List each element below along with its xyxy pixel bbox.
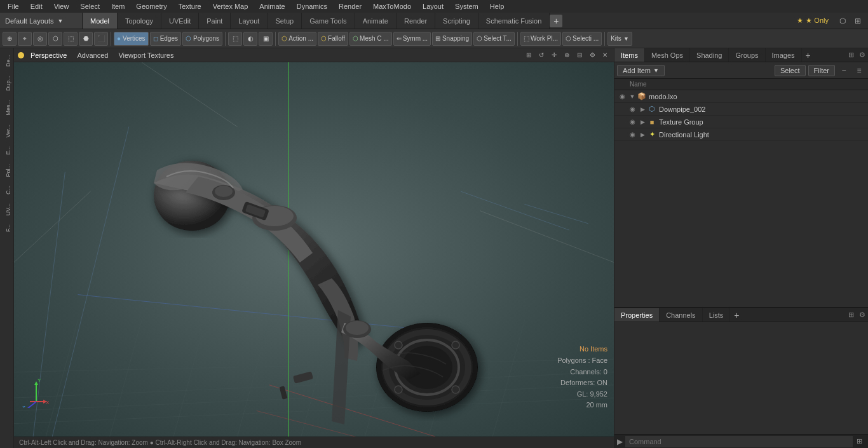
mesh-constraint-btn[interactable]: ⬡ Mesh C ...: [349, 32, 392, 46]
selection-info-btn[interactable]: ⬡ Selecti ...: [562, 32, 602, 46]
tab-topology[interactable]: Topology: [118, 13, 161, 29]
menu-vertex-map[interactable]: Vertex Map: [208, 1, 254, 11]
viewport-pan-btn[interactable]: ✛: [549, 50, 559, 60]
viewport-zoom-btn[interactable]: ⊕: [562, 50, 572, 60]
tree-item-texture-group[interactable]: ◉ ▶ ■ Texture Group: [614, 116, 868, 128]
panel-expand-btn[interactable]: ⊞: [845, 50, 857, 61]
tab-channels[interactable]: Channels: [660, 308, 702, 322]
symmetry-btn[interactable]: ⇐ Symm ...: [393, 32, 431, 46]
tab-scripting[interactable]: Scripting: [435, 13, 478, 29]
visibility-icon-modo-lxo[interactable]: ◉: [620, 93, 625, 100]
sidebar-tab-ver[interactable]: Ver...: [1, 121, 13, 142]
menu-maxtomodo[interactable]: MaxToModo: [368, 1, 416, 11]
advanced-label[interactable]: Advanced: [73, 51, 112, 59]
viewport-close-btn[interactable]: ✕: [600, 50, 610, 60]
menu-render[interactable]: Render: [334, 1, 367, 11]
render-preview-btn[interactable]: ▣: [259, 32, 273, 46]
expand-modo-lxo[interactable]: ▼: [628, 93, 636, 100]
tab-render[interactable]: Render: [397, 13, 435, 29]
sidebar-tab-pol[interactable]: Pol...: [1, 160, 13, 181]
mesh-display-btn[interactable]: ⬛: [94, 32, 108, 46]
tab-properties[interactable]: Properties: [614, 308, 660, 322]
falloff-btn[interactable]: ⬡ Falloff: [318, 32, 348, 46]
properties-expand-btn[interactable]: ⊞: [845, 309, 857, 321]
command-search-btn[interactable]: ⊞: [853, 435, 865, 448]
items-minus-btn[interactable]: −: [837, 64, 850, 77]
viewport-settings-btn[interactable]: ⚙: [587, 50, 597, 60]
edges-btn[interactable]: ◻ Edges: [150, 32, 181, 46]
menu-view[interactable]: View: [49, 1, 74, 11]
panel-settings-btn[interactable]: ⚙: [857, 50, 868, 61]
menu-dynamics[interactable]: Dynamics: [292, 1, 332, 11]
items-settings-btn[interactable]: ≡: [853, 64, 865, 77]
tab-setup[interactable]: Setup: [268, 13, 302, 29]
viewport-background[interactable]: No Items Polygons : Face Channels: 0 Def…: [14, 62, 614, 437]
falloff-icon-btn[interactable]: ⬡: [48, 32, 62, 46]
tab-images[interactable]: Images: [766, 48, 802, 62]
add-layout-button[interactable]: +: [550, 15, 562, 27]
viewport-canvas[interactable]: No Items Polygons : Face Channels: 0 Def…: [14, 62, 614, 437]
tab-items[interactable]: Items: [614, 48, 645, 62]
layout-dropdown[interactable]: Default Layouts ▼: [0, 13, 83, 29]
select-through-btn[interactable]: ⬡ Select T...: [473, 32, 515, 46]
expand-downpipe[interactable]: ▶: [639, 105, 646, 113]
shading-btn[interactable]: ◐: [243, 32, 257, 46]
sidebar-tab-f[interactable]: F...: [1, 221, 13, 236]
kits-btn[interactable]: Kits ▼: [607, 32, 632, 46]
sidebar-tab-e[interactable]: E...: [1, 142, 13, 159]
add-panel-tab-btn[interactable]: +: [802, 50, 815, 60]
sidebar-tab-dup[interactable]: Dup...: [1, 72, 13, 95]
snapping-btn[interactable]: ⊞ Snapping: [432, 32, 472, 46]
tab-lists[interactable]: Lists: [703, 308, 731, 322]
viewport-lock-btn[interactable]: ⊞: [524, 50, 534, 60]
tab-groups[interactable]: Groups: [729, 48, 765, 62]
menu-item[interactable]: Item: [106, 1, 130, 11]
menu-select[interactable]: Select: [75, 1, 105, 11]
star-only-toggle[interactable]: ★ ★ Only: [792, 17, 834, 25]
properties-settings-btn[interactable]: ⚙: [857, 309, 868, 321]
action-btn[interactable]: ⬡ Action ...: [278, 32, 316, 46]
visibility-icon-texture-group[interactable]: ◉: [630, 118, 635, 125]
tree-item-directional-light[interactable]: ◉ ▶ ✦ Directional Light: [614, 128, 868, 141]
work-plane-btn[interactable]: ⬚ Work Pl...: [520, 32, 561, 46]
tab-mesh-ops[interactable]: Mesh Ops: [645, 48, 690, 62]
menu-file[interactable]: File: [3, 1, 24, 11]
visibility-icon-downpipe[interactable]: ◉: [630, 105, 635, 112]
polygons-btn[interactable]: ⬡ Polygons: [182, 32, 222, 46]
pivot-btn[interactable]: ⌖: [18, 32, 32, 46]
fullscreen-button[interactable]: ⊞: [851, 15, 864, 27]
viewport-fit-btn[interactable]: ⊟: [574, 50, 585, 60]
visibility-icon-directional-light[interactable]: ◉: [630, 131, 635, 138]
tree-item-downpipe[interactable]: ◉ ▶ ⬡ Downpipe_002: [614, 103, 868, 116]
tab-paint[interactable]: Paint: [199, 13, 231, 29]
tab-schematic-fusion[interactable]: Schematic Fusion: [478, 13, 550, 29]
sidebar-tab-c[interactable]: C...: [1, 182, 13, 198]
world-space-btn[interactable]: ⊕: [3, 32, 17, 46]
action-center-btn[interactable]: ◎: [33, 32, 47, 46]
tab-model[interactable]: Model: [83, 13, 118, 29]
sidebar-tab-de[interactable]: De...: [1, 51, 13, 71]
tab-animate[interactable]: Animate: [355, 13, 397, 29]
menu-geometry[interactable]: Geometry: [131, 1, 172, 11]
vertices-btn[interactable]: ● Vertices: [114, 32, 149, 46]
tree-item-modo-lxo[interactable]: ◉ ▼ 📦 modo.lxo: [614, 90, 868, 103]
select-btn[interactable]: Select: [775, 65, 806, 76]
snap-tool-btn[interactable]: ⬚: [64, 32, 78, 46]
tab-game-tools[interactable]: Game Tools: [302, 13, 355, 29]
tab-layout[interactable]: Layout: [231, 13, 268, 29]
symmetry-icon-btn[interactable]: ⬣: [79, 32, 93, 46]
add-item-btn[interactable]: Add Item ▼: [617, 65, 665, 76]
menu-texture[interactable]: Texture: [173, 1, 207, 11]
filter-btn[interactable]: Filter: [808, 65, 835, 76]
expand-directional-light[interactable]: ▶: [639, 131, 646, 139]
tab-shading[interactable]: Shading: [690, 48, 729, 62]
viewport-textures-label[interactable]: Viewport Textures: [114, 51, 177, 59]
sidebar-tab-mes[interactable]: Mes...: [1, 96, 13, 119]
perspective-label[interactable]: Perspective: [27, 51, 71, 59]
tab-uvedit[interactable]: UVEdit: [161, 13, 199, 29]
add-properties-tab-btn[interactable]: +: [730, 310, 743, 320]
menu-animate[interactable]: Animate: [254, 1, 290, 11]
command-input[interactable]: [625, 436, 853, 447]
expand-texture-group[interactable]: ▶: [639, 118, 646, 126]
menu-edit[interactable]: Edit: [25, 1, 48, 11]
